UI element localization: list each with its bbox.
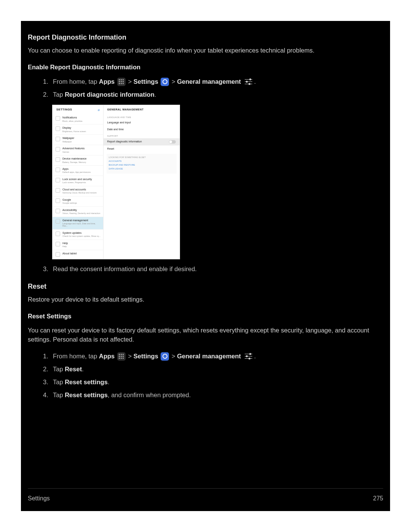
screenshot-category: SUPPORT — [104, 133, 180, 138]
general-management-icon — [244, 352, 253, 361]
step-number: 1. — [43, 77, 53, 86]
footer-page-number: 275 — [373, 494, 383, 503]
apps-icon — [117, 352, 126, 361]
subtitle-enable-report: Enable Report Diagnostic Information — [28, 63, 383, 72]
screenshot-sidebar-item: Device maintenanceBattery, Storage, Memo… — [53, 155, 103, 166]
step-number: 4. — [43, 391, 53, 400]
screenshot-item: Language and input — [104, 119, 180, 126]
steps-list-1b: 3. Read the consent information and enab… — [28, 265, 383, 274]
general-management-icon — [244, 78, 253, 86]
steps-list-1: 1. From home, tap Apps > Settings > Gene… — [28, 77, 383, 99]
settings-icon — [161, 78, 169, 86]
intro-text-3: You can reset your device to its factory… — [28, 326, 383, 344]
intro-text-1: You can choose to enable reporting of di… — [28, 46, 383, 55]
footer-section-name: Settings — [28, 494, 50, 503]
settings-icon — [161, 352, 169, 361]
step-text: Read the consent information and enable … — [53, 265, 383, 274]
step-number: 3. — [43, 378, 53, 387]
step-text: From home, tap Apps > Settings > General… — [53, 352, 383, 361]
screenshot-sidebar-item: WallpaperWallpaper — [53, 135, 103, 145]
steps-list-2: 1. From home, tap Apps > Settings > Gene… — [28, 352, 383, 400]
screenshot-sidebar-item: System updatesCheck for new system updat… — [53, 230, 103, 240]
toggle-icon — [169, 140, 176, 144]
step-number: 2. — [43, 90, 53, 99]
screenshot-sidebar-item: NotificationsBlock, allow, prioritize — [53, 114, 103, 125]
step-number: 1. — [43, 352, 53, 361]
screenshot-right-header: GENERAL MANAGEMENT — [104, 105, 180, 114]
screenshot-sidebar-item: DisplayBrightness, Home screen — [53, 125, 103, 135]
page: Report Diagnostic Information You can ch… — [21, 21, 390, 511]
screenshot-settings-header: SETTINGS — [56, 108, 72, 112]
screenshot-sidebar-item: GoogleGoogle settings — [53, 197, 103, 207]
section-title-reset: Reset — [28, 281, 383, 291]
step-text: Tap Report diagnostic information. — [53, 90, 383, 99]
screenshot-sidebar-item: Cloud and accountsSamsung Cloud, Backup … — [53, 186, 103, 197]
screenshot-category: LANGUAGE AND TIME — [104, 114, 180, 119]
screenshot-sidebar-item: AppsDefault apps, App permissions — [53, 166, 103, 176]
screenshot-sidebar: SETTINGS ⌕ NotificationsBlock, allow, pr… — [53, 105, 104, 259]
step-text: Tap Reset settings. — [53, 378, 383, 387]
intro-text-2: Restore your device to its default setti… — [28, 295, 383, 304]
section-title-diagnostic: Report Diagnostic Information — [28, 32, 383, 42]
step-text: From home, tap Apps > Settings > General… — [53, 77, 383, 86]
settings-screenshot: SETTINGS ⌕ NotificationsBlock, allow, pr… — [52, 105, 180, 259]
screenshot-item-highlighted: Report diagnostic information — [104, 138, 180, 145]
screenshot-sidebar-item: General managementLanguage and input, Da… — [53, 217, 103, 230]
step-number: 2. — [43, 365, 53, 374]
screenshot-sidebar-item: HelpHelp — [53, 240, 103, 250]
page-footer: Settings 275 — [28, 488, 383, 503]
apps-icon — [117, 78, 126, 86]
screenshot-sidebar-item: AccessibilityVision, Hearing, Dexterity … — [53, 207, 103, 217]
step-number: 3. — [43, 265, 53, 274]
search-icon: ⌕ — [98, 108, 100, 112]
step-text: Tap Reset. — [53, 365, 383, 374]
screenshot-sidebar-item: Advanced featuresGames — [53, 145, 103, 155]
screenshot-item: Reset — [104, 145, 180, 152]
screenshot-content: GENERAL MANAGEMENT LANGUAGE AND TIME Lan… — [104, 105, 180, 259]
screenshot-sidebar-item: About tablet — [53, 250, 103, 259]
screenshot-links-box: LOOKING FOR SOMETHING ELSE? ACCOUNTS BAC… — [107, 154, 177, 174]
subtitle-reset-settings: Reset Settings — [28, 312, 383, 321]
screenshot-sidebar-item: Lock screen and securityLock screen, Fin… — [53, 176, 103, 186]
screenshot-item: Date and time — [104, 126, 180, 133]
step-text: Tap Reset settings, and confirm when pro… — [53, 391, 383, 400]
